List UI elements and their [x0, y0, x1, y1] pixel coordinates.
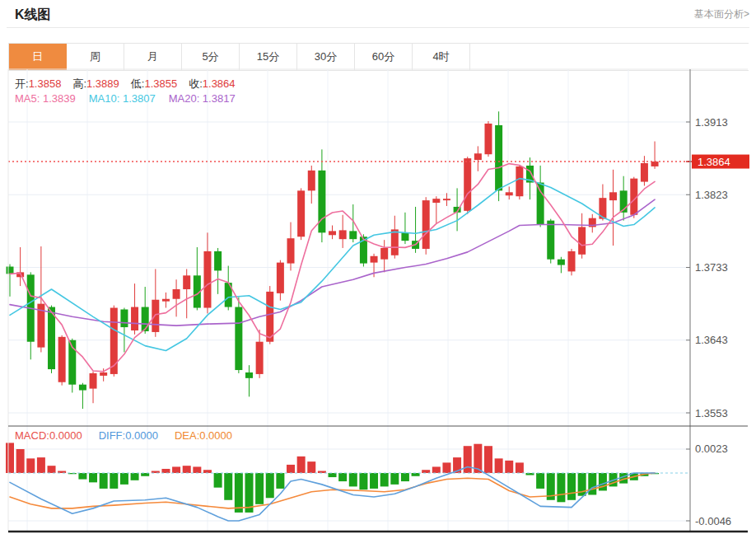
- panel-borders: [8, 69, 748, 532]
- macd-legend-row: MACD:0.0000DIFF:0.0000DEA:0.0000: [15, 429, 249, 442]
- candle-down: [142, 307, 149, 331]
- candle-up: [90, 373, 97, 389]
- ma-legend-item: MA5: 1.3839: [15, 92, 76, 105]
- candle-up: [422, 200, 430, 249]
- macd-bar: [161, 469, 170, 473]
- candle-down: [120, 309, 128, 327]
- candle-down: [537, 183, 544, 225]
- candle-down: [401, 232, 408, 241]
- kline-page: K线图 基本面分析> 日周月5分15分30分60分4时 1.38641.3913…: [0, 0, 756, 534]
- macd-bar: [287, 465, 295, 473]
- candle-down: [245, 372, 253, 378]
- ohlc-item: 收:1.3864: [189, 77, 235, 90]
- macd-bar: [329, 473, 337, 477]
- macd-bar: [110, 473, 118, 489]
- macd-bar: [26, 458, 35, 473]
- macd-bar: [412, 473, 420, 476]
- macd-bar: [89, 473, 97, 482]
- candle-up: [339, 230, 347, 239]
- candle-up: [173, 289, 180, 299]
- macd-bar: [255, 473, 264, 504]
- candle-down: [214, 251, 222, 271]
- macd-bar: [193, 466, 201, 473]
- candle-up: [474, 153, 482, 160]
- candle-up: [256, 342, 264, 374]
- svg-text:1.3864: 1.3864: [698, 156, 730, 168]
- macd-bar: [338, 473, 347, 481]
- candle-up: [609, 192, 617, 200]
- ma-legend-item: MA20: 1.3817: [169, 92, 236, 105]
- macd-bar: [48, 466, 56, 473]
- candle-up: [203, 251, 211, 308]
- macd-bar: [214, 473, 222, 488]
- candle-up: [464, 158, 471, 211]
- svg-text:1.3823: 1.3823: [695, 189, 728, 201]
- macd-bar: [203, 470, 212, 473]
- candle-down: [547, 221, 554, 260]
- macd-histogram: [6, 443, 690, 512]
- macd-bar: [432, 466, 441, 473]
- candle-up: [506, 192, 513, 195]
- ma-legend-row: MA5: 1.3839MA10: 1.3807MA20: 1.3817: [15, 92, 249, 105]
- ohlc-item: 低:1.3855: [131, 77, 177, 90]
- svg-text:1.3733: 1.3733: [695, 261, 728, 274]
- candle-up: [443, 199, 450, 200]
- macd-bar: [141, 473, 149, 476]
- candle-up: [371, 256, 378, 263]
- candle-down: [318, 171, 325, 233]
- candle-up: [131, 307, 138, 330]
- macd-bar: [588, 473, 596, 494]
- macd-bar: [536, 473, 544, 489]
- candle-up: [162, 299, 170, 302]
- macd-legend-item: MACD:0.0000: [15, 429, 82, 442]
- macd-bar: [442, 462, 450, 473]
- candle-up: [277, 263, 284, 293]
- candle-up: [568, 251, 576, 272]
- macd-legend-item: DEA:0.0000: [175, 429, 232, 442]
- macd-bar: [422, 470, 430, 473]
- macd-bar: [516, 462, 524, 473]
- macd-bar: [37, 457, 45, 473]
- macd-bar: [359, 473, 367, 490]
- candle-up: [329, 231, 336, 235]
- macd-bar: [183, 466, 191, 473]
- svg-text:0.0023: 0.0023: [695, 443, 728, 455]
- candle-up: [287, 238, 295, 263]
- macd-bar: [172, 466, 180, 473]
- candle-up: [484, 124, 492, 154]
- candle-down: [349, 231, 357, 239]
- candle-up: [110, 308, 118, 374]
- macd-bar: [370, 473, 378, 489]
- macd-bar: [505, 461, 513, 473]
- candle-up: [380, 248, 388, 260]
- macd-bar: [6, 443, 14, 473]
- candle-up: [266, 292, 273, 342]
- svg-text:-0.0046: -0.0046: [695, 515, 731, 527]
- candle-up: [391, 229, 399, 255]
- macd-bar: [349, 473, 357, 486]
- candle-up: [58, 337, 66, 382]
- macd-bar: [401, 473, 409, 481]
- macd-bar: [567, 473, 576, 500]
- macd-bar: [557, 473, 565, 502]
- candle-up: [152, 300, 159, 332]
- svg-text:1.3913: 1.3913: [695, 116, 728, 129]
- ma-legend-item: MA10: 1.3807: [89, 92, 156, 105]
- macd-bar: [390, 473, 399, 485]
- macd-bar: [16, 449, 25, 473]
- macd-bar: [100, 473, 108, 489]
- candle-up: [297, 190, 305, 237]
- macd-bar: [297, 457, 306, 473]
- macd-legend-item: DIFF:0.0000: [99, 429, 158, 442]
- macd-bar: [484, 446, 492, 473]
- ohlc-row: 开:1.3858高:1.3889低:1.3855收:1.3864: [15, 77, 247, 91]
- ohlc-item: 高:1.3889: [72, 77, 119, 90]
- candle-down: [79, 385, 86, 391]
- macd-bar: [276, 473, 284, 489]
- candle-up: [100, 372, 107, 376]
- axis-labels: 1.39131.38231.37331.36431.35530.0023-0.0…: [686, 116, 731, 527]
- grid-layer: [8, 69, 690, 532]
- macd-bar: [380, 473, 389, 486]
- ohlc-item: 开:1.3858: [15, 77, 61, 90]
- candle-up: [308, 171, 315, 191]
